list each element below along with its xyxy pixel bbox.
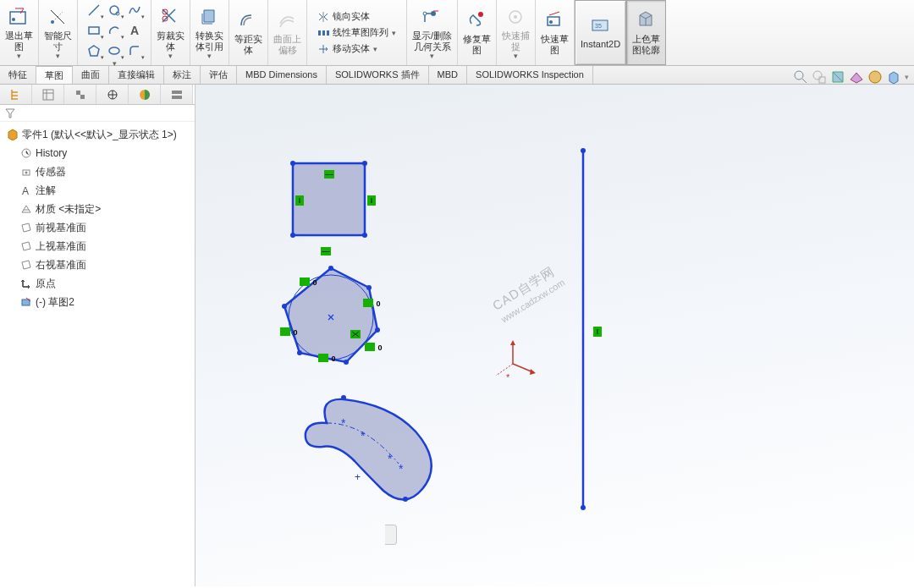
tree-material-label: 材质 <未指定>	[36, 201, 101, 217]
exit-sketch-button[interactable]: 退出草 图 ▾	[0, 0, 39, 65]
offset-entities-button[interactable]: 等距实 体	[229, 0, 268, 65]
polygon-tool-button[interactable]: ▾	[85, 41, 103, 60]
section-view-icon[interactable]	[830, 69, 845, 85]
panel-tab-dimxpert[interactable]	[96, 85, 129, 104]
svg-rect-11	[318, 30, 321, 36]
tree-origin[interactable]: 原点	[2, 274, 193, 293]
trim-entities-button[interactable]: 剪裁实 体 ▾	[151, 0, 190, 65]
svg-rect-5	[89, 27, 99, 34]
pattern-icon	[317, 27, 329, 39]
view-orientation-icon[interactable]	[886, 69, 901, 85]
sketch-tools-group: ▾ ▾ ▾ ▾ ▾ A ▾ ▾ ▾ ▾	[78, 0, 151, 65]
zoom-area-icon[interactable]	[812, 69, 827, 85]
ellipse-tool-button[interactable]: ▾	[105, 41, 124, 60]
zoom-fit-icon[interactable]	[793, 69, 808, 85]
spline-tool-button[interactable]: ▾	[125, 1, 144, 19]
fillet-icon	[128, 44, 141, 58]
sketch-slot[interactable]	[306, 399, 432, 500]
text-tool-button[interactable]: A	[125, 21, 144, 40]
smart-dimension-button[interactable]: 智能尺 寸 ▾	[39, 0, 78, 65]
command-tabs: 特征 草图 曲面 直接编辑 标注 评估 MBD Dimensions SOLID…	[0, 66, 914, 85]
svg-text:0: 0	[312, 278, 317, 287]
dropdown-arrow-icon[interactable]: ▾	[56, 52, 60, 59]
tab-features[interactable]: 特征	[0, 66, 36, 84]
tab-direct-edit[interactable]: 直接编辑	[109, 66, 164, 84]
dropdown-arrow-icon[interactable]: ▾	[905, 73, 909, 81]
tab-evaluate[interactable]: 评估	[201, 66, 237, 84]
quick-snap-icon	[505, 7, 527, 29]
filter-row[interactable]	[0, 105, 195, 122]
svg-point-36	[25, 172, 28, 174]
panel-tab-more[interactable]	[161, 85, 193, 104]
spline-icon	[128, 3, 141, 17]
panel-tab-display-manager[interactable]	[129, 85, 161, 104]
panel-tab-configuration-manager[interactable]	[64, 85, 96, 104]
tab-surfaces[interactable]: 曲面	[73, 66, 109, 84]
tab-annotate[interactable]: 标注	[164, 66, 201, 84]
display-relations-button[interactable]: 显示/删除 几何关系 ▾	[407, 0, 458, 65]
svg-rect-0	[10, 12, 25, 24]
exit-sketch-icon	[8, 7, 30, 29]
tree-top-plane[interactable]: 上视基准面	[2, 237, 193, 256]
convert-entities-button[interactable]: 转换实 体引用 ▾	[190, 0, 229, 65]
rectangle-tool-button[interactable]: ▾	[85, 21, 103, 40]
svg-point-26	[869, 71, 881, 83]
feature-manager-panel: 零件1 (默认<<默认>_显示状态 1>) History 传感器 A注解 材质…	[0, 85, 195, 586]
fillet-tool-button[interactable]: ▾	[125, 41, 144, 60]
move-entities-button[interactable]: 移动实体▾	[317, 42, 396, 55]
rapid-sketch-button[interactable]: 快速草 图	[536, 0, 575, 65]
tree-front-plane[interactable]: 前视基准面	[2, 218, 193, 237]
tree-annotations[interactable]: A注解	[2, 181, 193, 200]
tree-sensors[interactable]: 传感器	[2, 162, 193, 181]
instant2d-label: Instant2D	[581, 39, 620, 50]
svg-text:I: I	[371, 196, 373, 205]
svg-point-42	[362, 233, 367, 238]
sketch-geometry: * * * * + * — I I — 0 0 0	[195, 85, 914, 586]
shaded-contour-toggle[interactable]: 上色草 图轮廓	[626, 0, 666, 65]
surface-offset-button[interactable]: 曲面上 偏移	[268, 0, 307, 65]
line-tool-button[interactable]: ▾	[85, 1, 103, 19]
history-icon	[20, 147, 32, 159]
mirror-entities-button[interactable]: 镜向实体	[317, 10, 396, 23]
panel-tab-feature-tree[interactable]	[0, 85, 32, 104]
part-icon	[7, 129, 19, 140]
tab-sketch[interactable]: 草图	[36, 65, 73, 84]
surface-offset-icon	[277, 10, 299, 32]
offset-icon	[238, 10, 260, 32]
svg-point-44	[366, 285, 372, 290]
sketch-hexagon[interactable]	[284, 268, 377, 362]
dropdown-arrow-icon[interactable]: ▾	[168, 52, 173, 59]
panel-collapse-handle[interactable]	[385, 525, 397, 545]
tab-mbd-dimensions[interactable]: MBD Dimensions	[237, 66, 327, 84]
dropdown-arrow-icon[interactable]: ▾	[17, 52, 21, 59]
graphics-canvas[interactable]: CAD自学网 www.cadzxw.com * * * * +	[195, 85, 914, 586]
display-style-icon[interactable]	[849, 69, 864, 85]
surface-offset-label: 曲面上 偏移	[273, 34, 301, 56]
svg-point-39	[290, 161, 295, 166]
svg-text:A: A	[22, 185, 29, 196]
tree-root[interactable]: 零件1 (默认<<默认>_显示状态 1>)	[2, 125, 193, 144]
dropdown-arrow-icon[interactable]: ▾	[430, 52, 434, 59]
quick-snap-button[interactable]: 快速捕 捉 ▾	[497, 0, 536, 65]
repair-sketch-button[interactable]: 修复草 图	[458, 0, 497, 65]
plane-icon	[20, 259, 32, 271]
circle-tool-button[interactable]: ▾	[105, 1, 124, 19]
tab-mbd[interactable]: MBD	[429, 66, 467, 84]
arc-tool-button[interactable]: ▾	[105, 21, 124, 40]
tab-sw-addins[interactable]: SOLIDWORKS 插件	[327, 66, 429, 84]
tree-history[interactable]: History	[2, 144, 193, 162]
svg-text:—: —	[322, 247, 330, 256]
appearance-icon[interactable]	[867, 69, 883, 85]
dropdown-arrow-icon[interactable]: ▾	[514, 52, 518, 59]
tree-material[interactable]: 材质 <未指定>	[2, 200, 193, 218]
tab-sw-inspection[interactable]: SOLIDWORKS Inspection	[467, 66, 593, 84]
tree-right-plane[interactable]: 右视基准面	[2, 256, 193, 274]
trim-icon	[160, 7, 182, 29]
panel-tab-property-manager[interactable]	[32, 85, 64, 104]
svg-text:*: *	[506, 372, 510, 382]
linear-pattern-button[interactable]: 线性草图阵列▾	[317, 26, 396, 39]
instant2d-toggle[interactable]: 35 Instant2D	[575, 0, 626, 65]
tree-sketch2[interactable]: (-) 草图2	[2, 293, 193, 311]
svg-text:I: I	[597, 327, 599, 336]
dropdown-arrow-icon[interactable]: ▾	[207, 52, 212, 59]
